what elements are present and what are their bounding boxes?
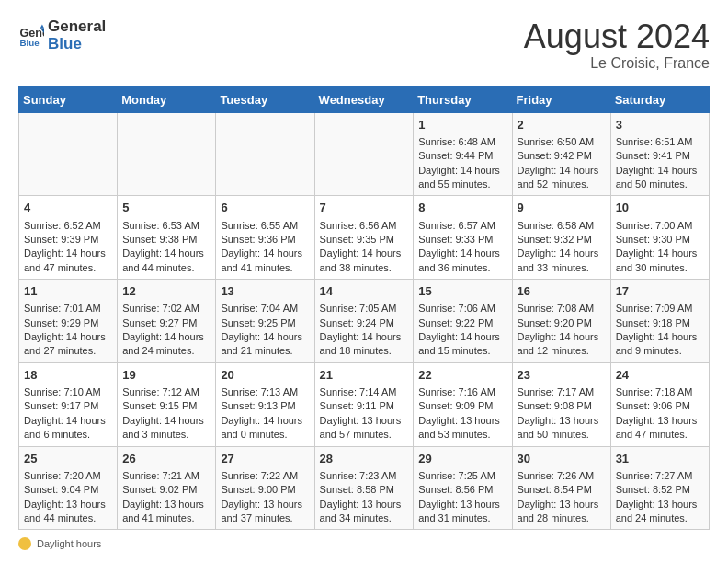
day-info: Sunrise: 7:23 AM Sunset: 8:58 PM Dayligh… (320, 470, 402, 523)
day-number: 23 (518, 367, 606, 384)
calendar-day-29: 29Sunrise: 7:25 AM Sunset: 8:56 PM Dayli… (414, 446, 512, 530)
calendar-day-25: 25Sunrise: 7:20 AM Sunset: 9:04 PM Dayli… (19, 446, 118, 530)
day-info: Sunrise: 6:57 AM Sunset: 9:33 PM Dayligh… (418, 220, 500, 273)
day-header-tuesday: Tuesday (216, 86, 314, 112)
day-info: Sunrise: 6:55 AM Sunset: 9:36 PM Dayligh… (221, 220, 302, 273)
calendar-day-8: 8Sunrise: 6:57 AM Sunset: 9:33 PM Daylig… (414, 196, 512, 280)
page-header: General Blue General Blue August 2024 Le… (18, 18, 710, 72)
calendar-day-7: 7Sunrise: 6:56 AM Sunset: 9:35 PM Daylig… (314, 196, 414, 280)
day-info: Sunrise: 7:22 AM Sunset: 9:00 PM Dayligh… (221, 470, 302, 523)
calendar-header-row: SundayMondayTuesdayWednesdayThursdayFrid… (19, 86, 710, 112)
day-number: 9 (518, 200, 606, 216)
day-info: Sunrise: 7:12 AM Sunset: 9:15 PM Dayligh… (122, 386, 204, 440)
calendar-empty-cell (19, 112, 118, 196)
calendar-empty-cell (118, 112, 216, 196)
day-number: 14 (320, 283, 409, 300)
calendar-day-27: 27Sunrise: 7:22 AM Sunset: 9:00 PM Dayli… (216, 446, 314, 530)
day-number: 10 (616, 200, 704, 216)
day-number: 1 (418, 117, 506, 133)
day-number: 17 (616, 283, 704, 300)
calendar-day-20: 20Sunrise: 7:13 AM Sunset: 9:13 PM Dayli… (216, 362, 314, 446)
calendar-week-4: 18Sunrise: 7:10 AM Sunset: 9:17 PM Dayli… (19, 362, 710, 446)
calendar-day-21: 21Sunrise: 7:14 AM Sunset: 9:11 PM Dayli… (314, 362, 414, 446)
day-info: Sunrise: 7:17 AM Sunset: 9:08 PM Dayligh… (518, 386, 599, 440)
day-header-saturday: Saturday (610, 86, 709, 112)
logo-icon: General Blue (18, 23, 44, 49)
calendar-day-11: 11Sunrise: 7:01 AM Sunset: 9:29 PM Dayli… (19, 280, 118, 363)
day-info: Sunrise: 7:25 AM Sunset: 8:56 PM Dayligh… (418, 470, 500, 523)
day-info: Sunrise: 6:52 AM Sunset: 9:39 PM Dayligh… (24, 220, 106, 273)
calendar-day-5: 5Sunrise: 6:53 AM Sunset: 9:38 PM Daylig… (118, 196, 216, 280)
day-number: 6 (221, 200, 309, 216)
day-number: 5 (122, 200, 210, 216)
svg-marker-2 (40, 24, 44, 28)
logo: General Blue General Blue (18, 18, 106, 52)
day-info: Sunrise: 7:02 AM Sunset: 9:27 PM Dayligh… (122, 303, 204, 356)
day-header-monday: Monday (118, 86, 216, 112)
calendar-day-28: 28Sunrise: 7:23 AM Sunset: 8:58 PM Dayli… (314, 446, 414, 530)
calendar-week-2: 4Sunrise: 6:52 AM Sunset: 9:39 PM Daylig… (19, 196, 710, 280)
day-info: Sunrise: 7:04 AM Sunset: 9:25 PM Dayligh… (221, 303, 302, 356)
logo-general-text: General (48, 18, 106, 36)
day-info: Sunrise: 7:10 AM Sunset: 9:17 PM Dayligh… (24, 386, 106, 440)
day-info: Sunrise: 6:56 AM Sunset: 9:35 PM Dayligh… (320, 220, 402, 273)
calendar-week-3: 11Sunrise: 7:01 AM Sunset: 9:29 PM Dayli… (19, 280, 710, 363)
calendar-footer: Daylight hours (18, 537, 710, 550)
daylight-label: Daylight hours (37, 538, 101, 549)
day-info: Sunrise: 7:13 AM Sunset: 9:13 PM Dayligh… (221, 386, 302, 440)
day-number: 22 (418, 367, 506, 384)
calendar-day-4: 4Sunrise: 6:52 AM Sunset: 9:39 PM Daylig… (19, 196, 118, 280)
day-info: Sunrise: 7:05 AM Sunset: 9:24 PM Dayligh… (320, 303, 402, 356)
calendar-day-19: 19Sunrise: 7:12 AM Sunset: 9:15 PM Dayli… (118, 362, 216, 446)
month-title: August 2024 (524, 18, 710, 55)
calendar-day-31: 31Sunrise: 7:27 AM Sunset: 8:52 PM Dayli… (610, 446, 709, 530)
calendar-day-2: 2Sunrise: 6:50 AM Sunset: 9:42 PM Daylig… (512, 112, 610, 196)
calendar-day-22: 22Sunrise: 7:16 AM Sunset: 9:09 PM Dayli… (414, 362, 512, 446)
calendar-empty-cell (314, 112, 414, 196)
sun-icon (18, 537, 31, 550)
day-number: 29 (418, 451, 506, 467)
day-info: Sunrise: 6:53 AM Sunset: 9:38 PM Dayligh… (122, 220, 204, 273)
calendar-day-16: 16Sunrise: 7:08 AM Sunset: 9:20 PM Dayli… (512, 280, 610, 363)
day-number: 13 (221, 283, 309, 300)
day-number: 12 (122, 283, 210, 300)
day-info: Sunrise: 6:50 AM Sunset: 9:42 PM Dayligh… (518, 136, 599, 190)
day-info: Sunrise: 7:20 AM Sunset: 9:04 PM Dayligh… (24, 470, 106, 523)
calendar-day-24: 24Sunrise: 7:18 AM Sunset: 9:06 PM Dayli… (610, 362, 709, 446)
day-info: Sunrise: 6:48 AM Sunset: 9:44 PM Dayligh… (418, 136, 500, 190)
day-header-sunday: Sunday (19, 86, 118, 112)
day-info: Sunrise: 7:00 AM Sunset: 9:30 PM Dayligh… (616, 220, 698, 273)
day-info: Sunrise: 6:58 AM Sunset: 9:32 PM Dayligh… (518, 220, 599, 273)
day-info: Sunrise: 7:21 AM Sunset: 9:02 PM Dayligh… (122, 470, 204, 523)
day-number: 2 (518, 117, 606, 133)
day-header-friday: Friday (512, 86, 610, 112)
calendar-day-18: 18Sunrise: 7:10 AM Sunset: 9:17 PM Dayli… (19, 362, 118, 446)
day-number: 7 (320, 200, 409, 216)
calendar-day-13: 13Sunrise: 7:04 AM Sunset: 9:25 PM Dayli… (216, 280, 314, 363)
day-info: Sunrise: 7:09 AM Sunset: 9:18 PM Dayligh… (616, 303, 698, 356)
day-info: Sunrise: 7:08 AM Sunset: 9:20 PM Dayligh… (518, 303, 599, 356)
calendar-empty-cell (216, 112, 314, 196)
calendar-day-17: 17Sunrise: 7:09 AM Sunset: 9:18 PM Dayli… (610, 280, 709, 363)
day-info: Sunrise: 7:18 AM Sunset: 9:06 PM Dayligh… (616, 386, 698, 440)
day-number: 28 (320, 451, 409, 467)
day-header-wednesday: Wednesday (314, 86, 414, 112)
day-number: 19 (122, 367, 210, 384)
day-number: 3 (616, 117, 704, 133)
calendar-table: SundayMondayTuesdayWednesdayThursdayFrid… (18, 86, 710, 531)
day-number: 8 (418, 200, 506, 216)
day-number: 11 (24, 283, 112, 300)
calendar-day-26: 26Sunrise: 7:21 AM Sunset: 9:02 PM Dayli… (118, 446, 216, 530)
calendar-day-14: 14Sunrise: 7:05 AM Sunset: 9:24 PM Dayli… (314, 280, 414, 363)
title-area: August 2024 Le Croisic, France (524, 18, 710, 72)
day-number: 31 (616, 451, 704, 467)
calendar-day-1: 1Sunrise: 6:48 AM Sunset: 9:44 PM Daylig… (414, 112, 512, 196)
day-header-thursday: Thursday (414, 86, 512, 112)
day-number: 26 (122, 451, 210, 467)
day-info: Sunrise: 7:06 AM Sunset: 9:22 PM Dayligh… (418, 303, 500, 356)
day-number: 15 (418, 283, 506, 300)
day-info: Sunrise: 7:26 AM Sunset: 8:54 PM Dayligh… (518, 470, 599, 523)
calendar-day-12: 12Sunrise: 7:02 AM Sunset: 9:27 PM Dayli… (118, 280, 216, 363)
day-number: 25 (24, 451, 112, 467)
day-number: 18 (24, 367, 112, 384)
